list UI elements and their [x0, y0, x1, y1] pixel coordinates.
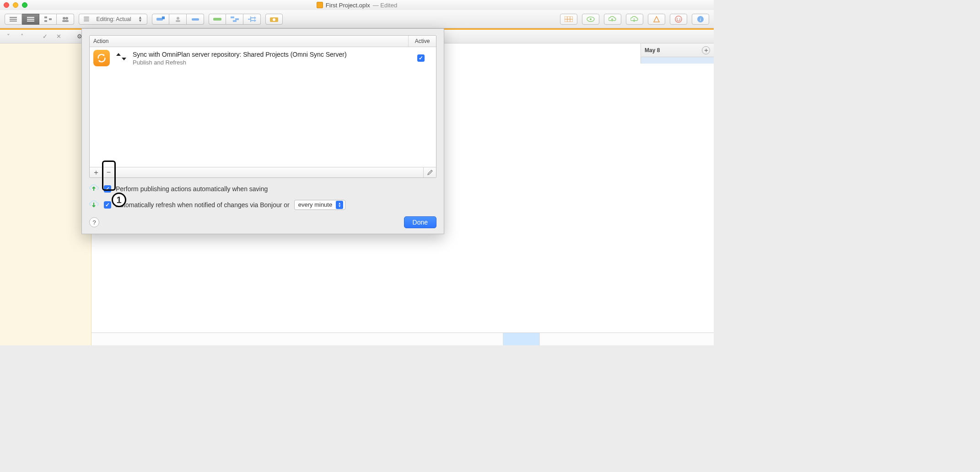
edit-action-button[interactable] — [423, 167, 436, 177]
view-mode-group — [5, 14, 74, 25]
network-view-button[interactable] — [39, 14, 57, 25]
document-icon — [317, 2, 323, 8]
publish-subscribe-sheet: Action Active Sync with OmniPlan server … — [81, 28, 444, 234]
column-active[interactable]: Active — [409, 36, 436, 47]
window-controls — [4, 2, 27, 8]
timeline-row — [641, 57, 714, 64]
timeline-header: May 8 ＋ — [641, 43, 714, 57]
expand-button[interactable]: ˅ — [4, 32, 13, 41]
resources-view-button[interactable] — [57, 14, 74, 25]
auto-publish-label: Perform publishing actions automatically… — [116, 185, 268, 193]
catchup-icon — [213, 17, 221, 21]
minimize-window-button[interactable] — [13, 2, 18, 8]
auto-refresh-checkbox[interactable] — [104, 201, 111, 209]
svg-rect-5 — [62, 20, 69, 22]
add-column-button[interactable]: ＋ — [702, 46, 710, 54]
auto-publish-row: Perform publishing actions automatically… — [89, 183, 436, 194]
auto-refresh-row: Automatically refresh when notified of c… — [89, 199, 436, 210]
info-icon: i — [697, 16, 704, 23]
simulations-button[interactable] — [582, 14, 599, 25]
outline-gutter — [0, 43, 92, 345]
auto-publish-checkbox[interactable] — [104, 185, 111, 193]
delta-icon — [653, 16, 660, 22]
list-icon — [27, 16, 34, 22]
editing-mode-label: Editing: Actual — [97, 16, 131, 22]
refresh-button[interactable] — [626, 14, 643, 25]
action-active-checkbox[interactable] — [417, 54, 425, 62]
auto-refresh-label: Automatically refresh when notified of c… — [116, 201, 290, 209]
add-milestone-button[interactable] — [187, 14, 204, 25]
task-icon — [156, 16, 165, 22]
refresh-interval-select[interactable]: every minute ▲▼ — [294, 200, 345, 210]
svg-rect-10 — [192, 18, 199, 21]
scheduling-group — [209, 14, 261, 25]
add-action-button[interactable]: ＋ — [90, 167, 102, 177]
done-button[interactable]: Done — [404, 216, 436, 228]
list-icon — [10, 16, 17, 22]
grid-icon — [565, 16, 573, 22]
violations-button[interactable] — [670, 14, 687, 25]
svg-rect-6 — [156, 18, 163, 21]
camera-icon — [270, 16, 278, 22]
snapshot-button[interactable] — [265, 14, 283, 25]
action-title: Sync with OmniPlan server repository: Sh… — [133, 51, 405, 58]
add-task-button[interactable] — [152, 14, 169, 25]
bottom-strip — [92, 333, 714, 345]
svg-rect-14 — [233, 20, 237, 22]
publish-button[interactable] — [604, 14, 621, 25]
actions-list-body: Sync with OmniPlan server repository: Sh… — [90, 47, 436, 167]
cloud-down-icon — [630, 16, 639, 22]
accept-button[interactable]: ✓ — [40, 32, 49, 41]
remove-action-button[interactable]: − — [102, 167, 115, 177]
actions-list: Action Active Sync with OmniPlan server … — [89, 35, 436, 178]
toolbar: Editing: Actual ▲▼ i — [0, 10, 714, 28]
inspector-button[interactable]: i — [692, 14, 709, 25]
pencil-icon — [427, 169, 433, 176]
grip-icon — [84, 18, 89, 20]
network-icon — [44, 16, 52, 22]
close-window-button[interactable] — [4, 2, 9, 8]
sync-icon — [93, 50, 110, 66]
level-icon — [248, 16, 256, 22]
svg-rect-0 — [44, 16, 47, 18]
svg-rect-2 — [49, 18, 52, 20]
strip-cell-highlight — [503, 333, 540, 345]
svg-point-4 — [65, 17, 68, 20]
people-icon — [62, 16, 69, 22]
level-button[interactable] — [243, 14, 261, 25]
zoom-window-button[interactable] — [22, 2, 27, 8]
annotation-marker: 1 — [112, 193, 126, 207]
svg-point-3 — [63, 17, 65, 20]
editing-mode-popup[interactable]: Editing: Actual ▲▼ — [79, 14, 147, 25]
cloud-up-icon — [89, 183, 99, 194]
collapse-button[interactable]: ˄ — [17, 32, 27, 41]
action-row[interactable]: Sync with OmniPlan server repository: Sh… — [90, 47, 436, 69]
eye-icon — [587, 16, 595, 22]
cloud-down-icon — [89, 199, 99, 210]
catch-up-button[interactable] — [209, 14, 226, 25]
help-button[interactable]: ? — [89, 217, 99, 227]
reschedule-icon — [231, 16, 239, 22]
add-resource-button[interactable] — [169, 14, 187, 25]
column-action[interactable]: Action — [90, 36, 409, 47]
refresh-interval-value: every minute — [298, 201, 332, 208]
svg-text:i: i — [700, 16, 701, 22]
updown-icon — [114, 50, 128, 66]
actions-list-footer: ＋ − — [90, 167, 436, 177]
gantt-split-button[interactable] — [22, 14, 39, 25]
cloud-up-icon — [608, 16, 617, 22]
svg-rect-11 — [213, 18, 221, 21]
baseline-button[interactable] — [560, 14, 577, 25]
svg-point-8 — [177, 17, 179, 20]
timeline-date: May 8 — [645, 47, 660, 54]
svg-rect-13 — [235, 18, 239, 20]
change-tracking-button[interactable] — [648, 14, 665, 25]
edited-indicator: — Edited — [373, 2, 397, 9]
svg-rect-1 — [44, 20, 47, 22]
reschedule-button[interactable] — [226, 14, 243, 25]
svg-point-16 — [273, 18, 275, 21]
reject-button[interactable]: ✕ — [54, 32, 63, 41]
hand-icon — [675, 16, 682, 23]
gantt-outline-button[interactable] — [5, 14, 22, 25]
svg-rect-12 — [231, 16, 234, 18]
